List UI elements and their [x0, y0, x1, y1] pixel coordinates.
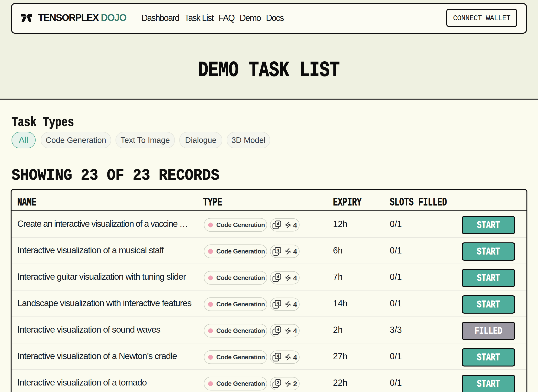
svg-text:4: 4	[277, 301, 279, 306]
svg-text:2: 2	[277, 380, 279, 385]
svg-text:4: 4	[277, 221, 279, 226]
svg-text:4: 4	[277, 327, 279, 332]
svg-text:4: 4	[277, 274, 279, 279]
svg-text:4: 4	[277, 354, 279, 359]
svg-text:4: 4	[277, 248, 279, 253]
